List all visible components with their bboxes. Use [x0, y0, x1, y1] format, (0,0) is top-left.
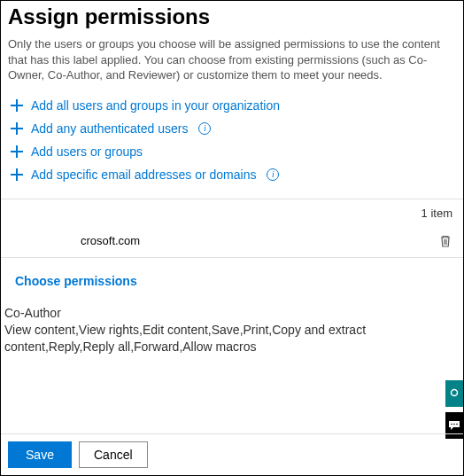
link-label: Add users or groups — [31, 144, 143, 159]
plus-icon — [10, 121, 24, 136]
add-all-users-link[interactable]: Add all users and groups in your organiz… — [10, 94, 454, 117]
svg-point-3 — [456, 424, 458, 425]
link-label: Add any authenticated users — [31, 121, 188, 136]
role-name: Co-Author — [1, 297, 463, 322]
add-users-link[interactable]: Add users or groups — [10, 140, 454, 163]
info-icon[interactable]: i — [267, 168, 279, 181]
svg-point-2 — [453, 424, 455, 425]
page-description: Only the users or groups you choose will… — [1, 36, 463, 94]
footer: Save Cancel — [1, 433, 463, 475]
info-icon[interactable]: i — [198, 122, 211, 135]
add-email-link[interactable]: Add specific email addresses or domains … — [10, 163, 454, 186]
help-tab[interactable] — [445, 380, 463, 407]
permissions-list: View content,View rights,Edit content,Sa… — [1, 322, 463, 355]
choose-permissions-link[interactable]: Choose permissions — [15, 274, 137, 288]
add-links-section: Add all users and groups in your organiz… — [1, 94, 463, 195]
svg-point-1 — [451, 424, 452, 425]
page-title: Assign permissions — [8, 4, 456, 29]
plus-icon — [10, 144, 24, 159]
table-row: crosoft.com — [1, 225, 463, 258]
svg-point-0 — [452, 390, 458, 396]
save-button[interactable]: Save — [8, 441, 72, 468]
item-count: 1 item — [1, 199, 463, 225]
plus-icon — [10, 98, 24, 113]
side-tabs — [445, 380, 463, 439]
row-value: crosoft.com — [81, 234, 140, 247]
delete-icon[interactable] — [438, 234, 452, 248]
link-label: Add all users and groups in your organiz… — [31, 98, 280, 113]
link-label: Add specific email addresses or domains — [31, 168, 256, 182]
plus-icon — [10, 168, 24, 182]
cancel-button[interactable]: Cancel — [79, 441, 148, 468]
add-authenticated-link[interactable]: Add any authenticated users i — [10, 117, 454, 140]
